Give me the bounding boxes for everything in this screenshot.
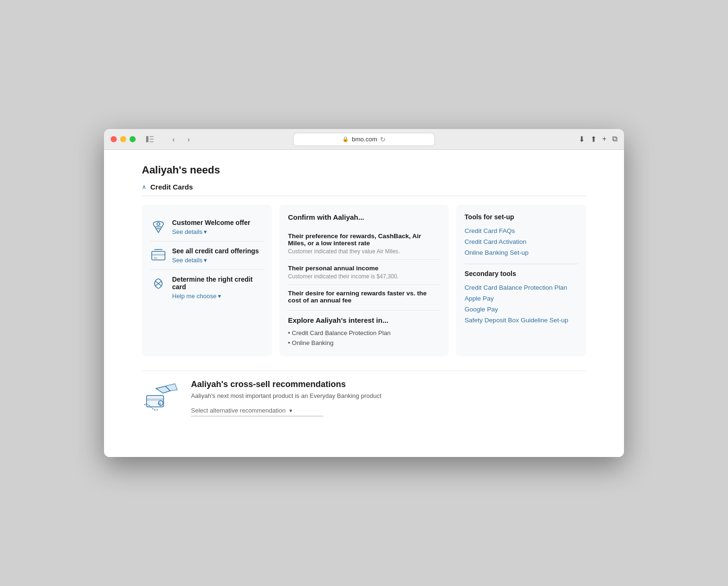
secondary-tools-title: Secondary tools bbox=[465, 270, 578, 277]
credit-card-faqs-link[interactable]: Credit Card FAQs bbox=[465, 225, 578, 236]
forward-button[interactable]: › bbox=[182, 133, 195, 146]
svg-rect-9 bbox=[147, 398, 164, 401]
refresh-button[interactable]: ↻ bbox=[380, 136, 386, 143]
left-panel: Customer Welcome offer See details ▾ bbox=[142, 205, 272, 356]
svg-rect-0 bbox=[146, 136, 148, 142]
confirm-item-title: Their desire for earning rewards faster … bbox=[288, 290, 440, 304]
svg-rect-6 bbox=[152, 254, 165, 256]
explore-item-banking: • Online Banking bbox=[288, 338, 440, 348]
safety-deposit-box-link[interactable]: Safety Deposit Box Guideline Set-up bbox=[465, 315, 578, 326]
select-placeholder: Select alternative recommendation bbox=[191, 407, 286, 414]
see-details-link-1[interactable]: See details ▾ bbox=[172, 228, 263, 235]
three-col-grid: Customer Welcome offer See details ▾ bbox=[142, 205, 586, 356]
traffic-lights bbox=[111, 136, 136, 142]
cross-sell-title: Aaliyah's cross-sell recommendations bbox=[191, 379, 586, 389]
action-title: Customer Welcome offer bbox=[172, 219, 263, 226]
action-title: Determine the right credit card bbox=[172, 276, 263, 291]
google-pay-link[interactable]: Google Pay bbox=[465, 304, 578, 315]
cc-balance-protection-link[interactable]: Credit Card Balance Protection Plan bbox=[465, 282, 578, 293]
select-chevron-icon: ▾ bbox=[289, 407, 292, 414]
action-text: Customer Welcome offer See details ▾ bbox=[172, 219, 263, 235]
svg-rect-3 bbox=[149, 141, 154, 142]
confirm-item-subtitle: Customer indicated that they value Air M… bbox=[288, 248, 440, 255]
cross-sell-content: Aaliyah's cross-sell recommendations Aal… bbox=[191, 379, 586, 416]
svg-point-4 bbox=[157, 223, 160, 225]
list-item: Customer Welcome offer See details ▾ bbox=[150, 213, 263, 241]
svg-rect-1 bbox=[149, 136, 154, 137]
action-title: See all credit card offerings bbox=[172, 247, 263, 255]
tools-divider bbox=[465, 264, 578, 264]
titlebar: ‹ › 🔒 bmo.com ↻ ⬇ ⬆ + ⧉ bbox=[104, 129, 624, 150]
confirm-item-income: Their personal annual income Customer in… bbox=[288, 260, 440, 285]
help-me-choose-link[interactable]: Help me choose ▾ bbox=[172, 293, 263, 300]
section-header-title: Credit Cards bbox=[150, 183, 193, 191]
address-bar[interactable]: 🔒 bmo.com ↻ bbox=[293, 133, 435, 146]
confirm-item-rewards: Their preference for rewards, CashBack, … bbox=[288, 228, 440, 260]
cross-sell-description: Aaliyah's next most important product is… bbox=[191, 392, 586, 399]
determine-icon bbox=[150, 276, 166, 292]
back-button[interactable]: ‹ bbox=[167, 133, 180, 146]
content-area: Aaliyah's needs ∧ Credit Cards bbox=[104, 150, 624, 457]
url-text: bmo.com bbox=[352, 136, 377, 143]
explore-item-balance: • Credit Card Balance Protection Plan bbox=[288, 328, 440, 338]
nav-icons: ‹ › bbox=[167, 133, 195, 146]
section-header: ∧ Credit Cards bbox=[142, 183, 586, 196]
maximize-button[interactable] bbox=[130, 136, 136, 142]
confirm-item-title: Their personal annual income bbox=[288, 265, 440, 272]
welcome-offer-icon bbox=[150, 219, 166, 235]
see-details-link-2[interactable]: See details ▾ bbox=[172, 257, 263, 264]
download-icon[interactable]: ⬇ bbox=[579, 135, 585, 144]
credit-card-icon bbox=[150, 247, 166, 263]
mac-window: ‹ › 🔒 bmo.com ↻ ⬇ ⬆ + ⧉ Aaliyah's needs … bbox=[104, 129, 624, 457]
action-text: See all credit card offerings See detail… bbox=[172, 247, 263, 264]
right-panel: Tools for set-up Credit Card FAQs Credit… bbox=[456, 205, 586, 356]
svg-rect-7 bbox=[154, 258, 157, 259]
middle-panel: Confirm with Aaliyah... Their preference… bbox=[279, 205, 449, 356]
list-item: See all credit card offerings See detail… bbox=[150, 241, 263, 270]
sidebar-toggle-icon[interactable] bbox=[143, 133, 156, 146]
cross-sell-icon: $ bbox=[142, 381, 180, 414]
share-icon[interactable]: ⬆ bbox=[590, 135, 597, 144]
toolbar-right: ⬇ ⬆ + ⧉ bbox=[579, 135, 617, 144]
action-text: Determine the right credit card Help me … bbox=[172, 276, 263, 300]
credit-card-activation-link[interactable]: Credit Card Activation bbox=[465, 236, 578, 247]
cross-sell-section: $ Aaliyah's cross-sell recommendations A… bbox=[142, 371, 586, 416]
actions-list: Customer Welcome offer See details ▾ bbox=[150, 213, 263, 305]
confirm-item-rewards-vs-fee: Their desire for earning rewards faster … bbox=[288, 285, 440, 310]
tools-for-setup-title: Tools for set-up bbox=[465, 213, 578, 221]
close-button[interactable] bbox=[111, 136, 117, 142]
list-item: Determine the right credit card Help me … bbox=[150, 270, 263, 305]
svg-text:$: $ bbox=[159, 402, 161, 406]
minimize-button[interactable] bbox=[120, 136, 126, 142]
page-title: Aaliyah's needs bbox=[142, 164, 586, 176]
confirm-item-subtitle: Customer indicated their income is $47,3… bbox=[288, 273, 440, 280]
svg-rect-2 bbox=[149, 139, 154, 140]
lock-icon: 🔒 bbox=[342, 136, 349, 142]
explore-title: Explore Aaliyah's interest in... bbox=[288, 316, 440, 324]
confirm-item-title: Their preference for rewards, CashBack, … bbox=[288, 233, 440, 247]
select-recommendation-dropdown[interactable]: Select alternative recommendation ▾ bbox=[191, 405, 323, 416]
online-banking-setup-link[interactable]: Online Banking Set-up bbox=[465, 247, 578, 258]
collapse-chevron-icon[interactable]: ∧ bbox=[142, 183, 147, 190]
tabs-icon[interactable]: ⧉ bbox=[612, 135, 617, 144]
new-tab-icon[interactable]: + bbox=[602, 135, 607, 144]
confirm-title: Confirm with Aaliyah... bbox=[288, 213, 440, 221]
apple-pay-link[interactable]: Apple Pay bbox=[465, 293, 578, 304]
